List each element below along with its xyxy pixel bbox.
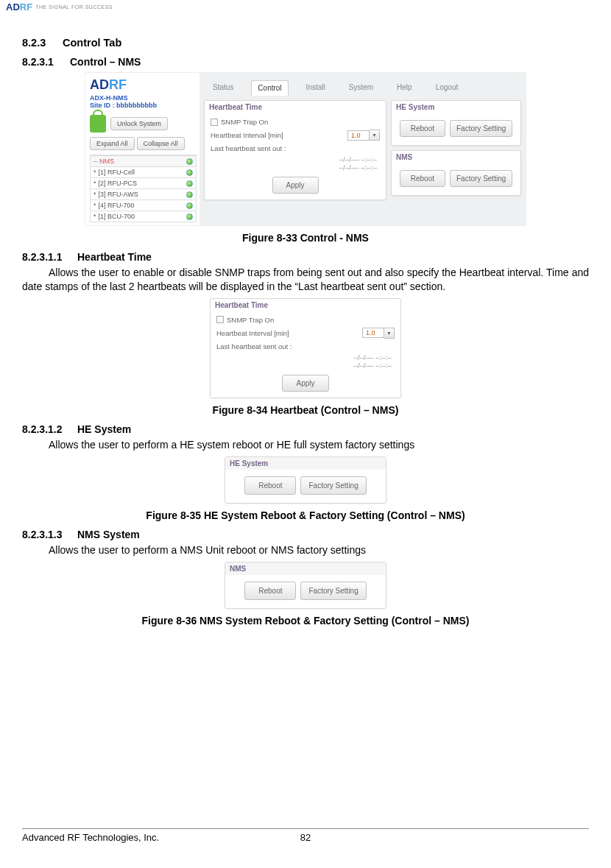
- interval-select[interactable]: 1.0 ▼: [362, 328, 395, 339]
- snmp-trap-checkbox[interactable]: [211, 119, 218, 126]
- figure-8-35: HE System Reboot Factory Setting: [225, 456, 386, 504]
- figure-8-36: NMS Reboot Factory Setting: [225, 562, 386, 609]
- nms-factory-button[interactable]: Factory Setting: [300, 582, 366, 600]
- status-dot-icon: [186, 169, 193, 176]
- status-dot-icon: [186, 191, 193, 198]
- sidebar: ADRF ADX-H-NMS Site ID : bbbbbbbbbb Unlo…: [85, 73, 199, 225]
- unlock-system-button[interactable]: Unlock System: [110, 117, 168, 130]
- snmp-trap-label: SNMP Trap On: [227, 316, 274, 324]
- panel-title: HE System: [392, 101, 520, 113]
- nms-reboot-button[interactable]: Reboot: [400, 170, 445, 187]
- nms-factory-button[interactable]: Factory Setting: [450, 170, 512, 187]
- interval-label: Heartbeat Interval [min]: [216, 329, 289, 337]
- tab-bar: Status Control Install System Help Logou…: [199, 73, 526, 100]
- tree-item[interactable]: *[2] RFU-PCS: [90, 178, 197, 189]
- panel-title: NMS: [225, 562, 386, 575]
- snmp-trap-checkbox[interactable]: [216, 316, 224, 323]
- heading-8-2-3-1-3: 8.2.3.1.3NMS System: [22, 529, 589, 540]
- expand-all-button[interactable]: Expand All: [90, 137, 135, 150]
- figure-8-33: ADRF ADX-H-NMS Site ID : bbbbbbbbbb Unlo…: [85, 72, 526, 226]
- apply-button[interactable]: Apply: [282, 375, 328, 392]
- tab-install[interactable]: Install: [300, 80, 331, 96]
- tree-item[interactable]: *[1] BCU-700: [90, 211, 197, 222]
- app-logo: ADRF: [90, 77, 197, 93]
- figure-8-33-caption: Figure 8-33 Control - NMS: [22, 232, 589, 244]
- tab-logout[interactable]: Logout: [430, 80, 465, 96]
- tree-root[interactable]: –NMS: [90, 155, 197, 167]
- heartbeat-panel: Heartbeat Time SNMP Trap On Heartbeat In…: [204, 100, 386, 200]
- heading-8-2-3-1: 8.2.3.1Control – NMS: [22, 56, 589, 68]
- tab-system[interactable]: System: [343, 80, 379, 96]
- paragraph: Allows the user to perform a NMS Unit re…: [22, 543, 589, 557]
- he-system-panel: HE System Reboot Factory Setting: [391, 100, 521, 146]
- heading-8-2-3: 8.2.3Control Tab: [22, 37, 589, 49]
- footer-page-number: 82: [300, 832, 311, 843]
- last-heartbeat-line2: --/--/---- --:--:--: [211, 164, 377, 172]
- interval-value: 1.0: [362, 328, 384, 338]
- chevron-down-icon: ▼: [370, 130, 380, 141]
- nms-reboot-button[interactable]: Reboot: [244, 582, 296, 600]
- he-reboot-button[interactable]: Reboot: [400, 120, 445, 137]
- collapse-all-button[interactable]: Collapse All: [137, 137, 185, 150]
- figure-8-36-caption: Figure 8-36 NMS System Reboot & Factory …: [22, 615, 589, 627]
- he-reboot-button[interactable]: Reboot: [244, 476, 296, 495]
- chevron-down-icon: ▼: [384, 328, 395, 339]
- interval-select[interactable]: 1.0 ▼: [347, 130, 380, 141]
- interval-label: Heartbeat Interval [min]: [211, 131, 283, 139]
- snmp-trap-label: SNMP Trap On: [221, 118, 268, 126]
- tree-item[interactable]: *[1] RFU-Cell: [90, 167, 197, 178]
- heading-8-2-3-1-1: 8.2.3.1.1Heartbeat Time: [22, 251, 589, 263]
- figure-8-34: Heartbeat Time SNMP Trap On Heartbeat In…: [210, 298, 401, 398]
- last-heartbeat-label: Last heartbeat sent out :: [211, 144, 286, 152]
- panel-title: HE System: [225, 457, 386, 470]
- he-factory-button[interactable]: Factory Setting: [450, 120, 512, 137]
- panel-title: NMS: [392, 151, 520, 163]
- last-heartbeat-line1: --/--/---- --:--:--: [211, 156, 377, 164]
- panel-title: Heartbeat Time: [211, 299, 400, 311]
- apply-button[interactable]: Apply: [272, 177, 319, 194]
- site-id: Site ID : bbbbbbbbbb: [90, 102, 197, 109]
- tab-status[interactable]: Status: [207, 80, 239, 96]
- paragraph: Allows the user to perform a HE system r…: [22, 438, 589, 452]
- figure-8-34-caption: Figure 8-34 Heartbeat (Control – NMS): [22, 404, 589, 416]
- status-dot-icon: [186, 158, 193, 165]
- product-name: ADX-H-NMS: [90, 94, 197, 102]
- heading-8-2-3-1-2: 8.2.3.1.2HE System: [22, 423, 589, 435]
- lock-icon: [90, 115, 106, 133]
- he-factory-button[interactable]: Factory Setting: [300, 476, 366, 495]
- tab-control[interactable]: Control: [251, 80, 288, 96]
- device-tree: –NMS *[1] RFU-Cell *[2] RFU-PCS *[3] RFU…: [90, 155, 197, 222]
- figure-8-35-caption: Figure 8-35 HE System Reboot & Factory S…: [22, 509, 589, 521]
- page-footer: Advanced RF Technologies, Inc. 82: [22, 828, 589, 843]
- status-dot-icon: [186, 202, 193, 209]
- tree-item[interactable]: *[3] RFU-AWS: [90, 189, 197, 200]
- last-heartbeat-line1: --/--/---- --:--:--: [216, 354, 392, 362]
- doc-header-logo: ADRF THE SIGNAL FOR SUCCESS: [6, 1, 113, 13]
- panel-title: Heartbeat Time: [205, 101, 386, 113]
- tab-help[interactable]: Help: [391, 80, 418, 96]
- last-heartbeat-line2: --/--/---- --:--:--: [216, 362, 392, 370]
- status-dot-icon: [186, 180, 193, 187]
- status-dot-icon: [186, 214, 193, 220]
- tree-item[interactable]: *[4] RFU-700: [90, 200, 197, 211]
- interval-value: 1.0: [347, 130, 370, 141]
- last-heartbeat-label: Last heartbeat sent out :: [216, 342, 292, 350]
- nms-panel: NMS Reboot Factory Setting: [391, 150, 521, 196]
- paragraph: Allows the user to enable or disable SNM…: [22, 266, 589, 294]
